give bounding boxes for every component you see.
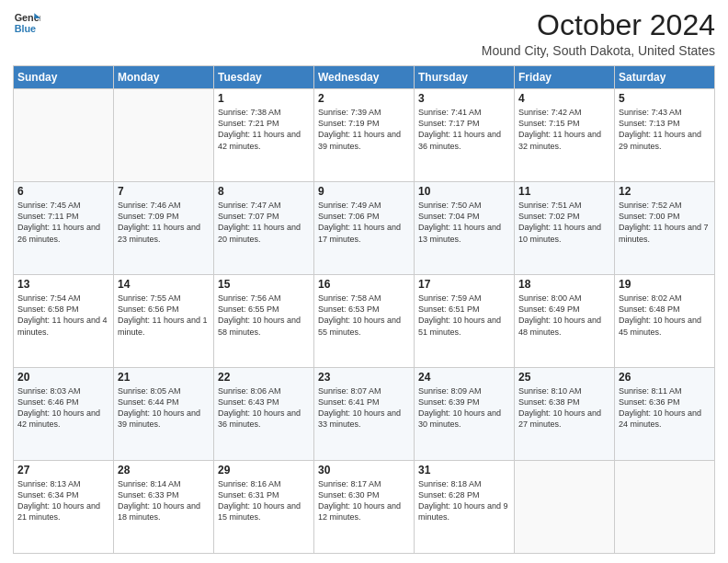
calendar-cell: 8Sunrise: 7:47 AMSunset: 7:07 PMDaylight… — [214, 182, 314, 275]
day-detail: Sunrise: 7:39 AMSunset: 7:19 PMDaylight:… — [318, 107, 410, 152]
calendar-cell — [114, 89, 214, 182]
calendar-cell — [615, 461, 715, 554]
day-detail: Sunrise: 7:51 AMSunset: 7:02 PMDaylight:… — [518, 200, 610, 245]
calendar-cell: 12Sunrise: 7:52 AMSunset: 7:00 PMDayligh… — [615, 182, 715, 275]
day-detail: Sunrise: 7:46 AMSunset: 7:09 PMDaylight:… — [118, 200, 210, 245]
weekday-header-sunday: Sunday — [14, 66, 114, 89]
day-detail: Sunrise: 8:05 AMSunset: 6:44 PMDaylight:… — [118, 385, 210, 431]
calendar-cell: 26Sunrise: 8:11 AMSunset: 6:36 PMDayligh… — [615, 368, 715, 461]
calendar-cell: 19Sunrise: 8:02 AMSunset: 6:48 PMDayligh… — [615, 275, 715, 368]
day-number: 13 — [17, 278, 109, 291]
calendar-cell — [14, 89, 114, 182]
day-detail: Sunrise: 7:38 AMSunset: 7:21 PMDaylight:… — [218, 107, 310, 152]
calendar-cell: 15Sunrise: 7:56 AMSunset: 6:55 PMDayligh… — [214, 275, 314, 368]
day-number: 1 — [218, 92, 310, 105]
day-number: 8 — [218, 185, 310, 198]
weekday-header-saturday: Saturday — [615, 66, 715, 89]
day-detail: Sunrise: 8:14 AMSunset: 6:33 PMDaylight:… — [118, 478, 210, 523]
day-detail: Sunrise: 7:50 AMSunset: 7:04 PMDaylight:… — [418, 200, 510, 245]
day-number: 27 — [17, 464, 109, 477]
calendar-cell: 7Sunrise: 7:46 AMSunset: 7:09 PMDaylight… — [114, 182, 214, 275]
day-number: 15 — [218, 278, 310, 291]
weekday-header-monday: Monday — [114, 66, 214, 89]
day-number: 4 — [518, 92, 610, 105]
weekday-header-thursday: Thursday — [415, 66, 515, 89]
day-detail: Sunrise: 8:18 AMSunset: 6:28 PMDaylight:… — [418, 478, 510, 523]
day-number: 5 — [619, 92, 711, 105]
calendar-cell: 28Sunrise: 8:14 AMSunset: 6:33 PMDayligh… — [114, 461, 214, 554]
day-number: 28 — [118, 464, 210, 477]
day-detail: Sunrise: 7:42 AMSunset: 7:15 PMDaylight:… — [518, 107, 610, 152]
day-detail: Sunrise: 8:10 AMSunset: 6:38 PMDaylight:… — [518, 385, 610, 431]
day-detail: Sunrise: 7:43 AMSunset: 7:13 PMDaylight:… — [619, 107, 711, 152]
day-number: 30 — [318, 464, 410, 477]
calendar-cell: 16Sunrise: 7:58 AMSunset: 6:53 PMDayligh… — [314, 275, 415, 368]
day-detail: Sunrise: 7:47 AMSunset: 7:07 PMDaylight:… — [218, 200, 310, 245]
calendar-cell: 22Sunrise: 8:06 AMSunset: 6:43 PMDayligh… — [214, 368, 314, 461]
logo-icon: General Blue — [13, 9, 40, 37]
day-number: 6 — [17, 185, 109, 198]
calendar-cell: 24Sunrise: 8:09 AMSunset: 6:39 PMDayligh… — [415, 368, 515, 461]
day-number: 22 — [218, 371, 310, 384]
location: Mound City, South Dakota, United States — [482, 43, 715, 58]
calendar-cell: 21Sunrise: 8:05 AMSunset: 6:44 PMDayligh… — [114, 368, 214, 461]
day-number: 17 — [418, 278, 510, 291]
logo: General Blue — [13, 9, 40, 37]
calendar-cell: 1Sunrise: 7:38 AMSunset: 7:21 PMDaylight… — [214, 89, 314, 182]
month-title: October 2024 — [482, 9, 715, 41]
day-detail: Sunrise: 8:00 AMSunset: 6:49 PMDaylight:… — [518, 293, 610, 338]
day-number: 24 — [418, 371, 510, 384]
calendar-cell: 18Sunrise: 8:00 AMSunset: 6:49 PMDayligh… — [515, 275, 615, 368]
day-detail: Sunrise: 7:56 AMSunset: 6:55 PMDaylight:… — [218, 293, 310, 338]
calendar-cell: 4Sunrise: 7:42 AMSunset: 7:15 PMDaylight… — [515, 89, 615, 182]
day-number: 26 — [619, 371, 711, 384]
day-number: 31 — [418, 464, 510, 477]
day-number: 14 — [118, 278, 210, 291]
svg-text:Blue: Blue — [15, 23, 36, 34]
day-number: 9 — [318, 185, 410, 198]
title-block: October 2024 Mound City, South Dakota, U… — [482, 9, 715, 58]
weekday-header-wednesday: Wednesday — [314, 66, 415, 89]
day-detail: Sunrise: 7:58 AMSunset: 6:53 PMDaylight:… — [318, 293, 410, 338]
calendar-cell: 5Sunrise: 7:43 AMSunset: 7:13 PMDaylight… — [615, 89, 715, 182]
day-number: 12 — [619, 185, 711, 198]
calendar-cell: 29Sunrise: 8:16 AMSunset: 6:31 PMDayligh… — [214, 461, 314, 554]
calendar-cell: 13Sunrise: 7:54 AMSunset: 6:58 PMDayligh… — [14, 275, 114, 368]
day-detail: Sunrise: 8:03 AMSunset: 6:46 PMDaylight:… — [17, 385, 109, 431]
day-number: 11 — [518, 185, 610, 198]
day-detail: Sunrise: 7:54 AMSunset: 6:58 PMDaylight:… — [17, 293, 109, 338]
day-detail: Sunrise: 7:55 AMSunset: 6:56 PMDaylight:… — [118, 293, 210, 338]
calendar-cell: 9Sunrise: 7:49 AMSunset: 7:06 PMDaylight… — [314, 182, 415, 275]
day-number: 10 — [418, 185, 510, 198]
day-detail: Sunrise: 8:16 AMSunset: 6:31 PMDaylight:… — [218, 478, 310, 523]
day-number: 29 — [218, 464, 310, 477]
calendar-cell: 14Sunrise: 7:55 AMSunset: 6:56 PMDayligh… — [114, 275, 214, 368]
header: General Blue October 2024 Mound City, So… — [13, 9, 715, 58]
day-number: 3 — [418, 92, 510, 105]
calendar-cell: 3Sunrise: 7:41 AMSunset: 7:17 PMDaylight… — [415, 89, 515, 182]
calendar-cell: 2Sunrise: 7:39 AMSunset: 7:19 PMDaylight… — [314, 89, 415, 182]
day-number: 18 — [518, 278, 610, 291]
day-detail: Sunrise: 8:11 AMSunset: 6:36 PMDaylight:… — [619, 385, 711, 431]
day-detail: Sunrise: 8:02 AMSunset: 6:48 PMDaylight:… — [619, 293, 711, 338]
day-number: 19 — [619, 278, 711, 291]
day-number: 20 — [17, 371, 109, 384]
day-detail: Sunrise: 8:17 AMSunset: 6:30 PMDaylight:… — [318, 478, 410, 523]
calendar-cell: 6Sunrise: 7:45 AMSunset: 7:11 PMDaylight… — [14, 182, 114, 275]
day-number: 25 — [518, 371, 610, 384]
day-detail: Sunrise: 8:07 AMSunset: 6:41 PMDaylight:… — [318, 385, 410, 431]
calendar-cell — [515, 461, 615, 554]
calendar-cell: 17Sunrise: 7:59 AMSunset: 6:51 PMDayligh… — [415, 275, 515, 368]
day-detail: Sunrise: 7:59 AMSunset: 6:51 PMDaylight:… — [418, 293, 510, 338]
day-detail: Sunrise: 8:13 AMSunset: 6:34 PMDaylight:… — [17, 478, 109, 523]
calendar-cell: 20Sunrise: 8:03 AMSunset: 6:46 PMDayligh… — [14, 368, 114, 461]
day-number: 23 — [318, 371, 410, 384]
calendar: SundayMondayTuesdayWednesdayThursdayFrid… — [13, 65, 715, 554]
day-detail: Sunrise: 7:45 AMSunset: 7:11 PMDaylight:… — [17, 200, 109, 245]
weekday-header-tuesday: Tuesday — [214, 66, 314, 89]
weekday-header-friday: Friday — [515, 66, 615, 89]
calendar-cell: 31Sunrise: 8:18 AMSunset: 6:28 PMDayligh… — [415, 461, 515, 554]
calendar-cell: 30Sunrise: 8:17 AMSunset: 6:30 PMDayligh… — [314, 461, 415, 554]
day-number: 2 — [318, 92, 410, 105]
calendar-cell: 23Sunrise: 8:07 AMSunset: 6:41 PMDayligh… — [314, 368, 415, 461]
